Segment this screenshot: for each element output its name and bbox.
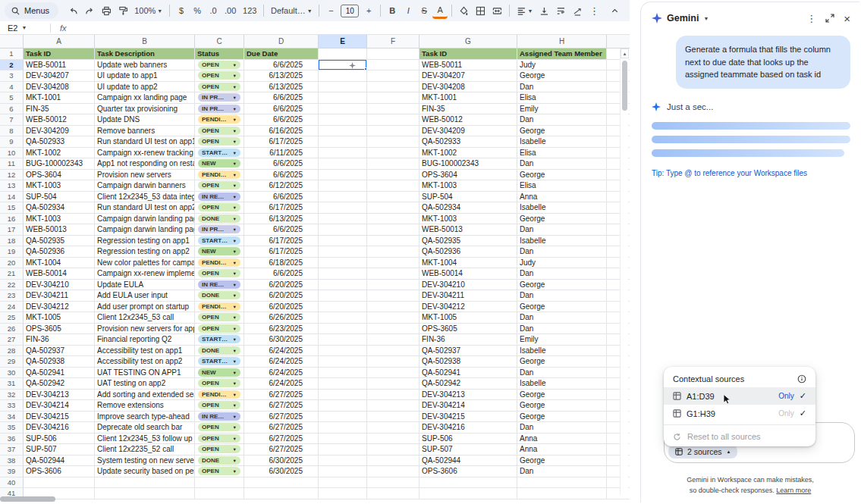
smart-fill-icon[interactable] [349,61,356,70]
cell-G34[interactable]: DEV-304215 [420,412,517,422]
cell-E33[interactable] [319,400,367,411]
cell-D20[interactable]: 6/18/2025 [244,258,319,268]
cell-G22[interactable]: DEV-304210 [420,280,517,290]
status-dropdown-13[interactable]: OPEN▼ [198,181,240,189]
row-header-8[interactable]: 8 [0,126,24,136]
cell-B5[interactable]: Campaign xx landing page [95,92,195,103]
cell-E10[interactable] [319,148,367,158]
cell-C7[interactable]: PENDI…▼ [195,114,244,125]
cell-E39[interactable] [319,466,367,477]
cell-F31[interactable] [367,378,420,389]
learn-more-link[interactable]: Learn more [776,487,811,494]
vertical-align-button[interactable] [536,2,552,19]
cell-H34[interactable]: George [517,412,607,422]
cell-D40[interactable] [244,477,319,488]
cell-E7[interactable] [319,114,367,125]
cell-A32[interactable]: DEV-304213 [24,390,95,400]
cell-A1[interactable]: Task ID [24,49,95,59]
cell-D21[interactable]: 6/6/2025 [244,268,319,279]
cell-F24[interactable] [367,302,420,312]
row-header-7[interactable]: 7 [0,114,24,125]
cell-G13[interactable]: MKT-1003 [420,180,517,191]
column-header-D[interactable]: D [244,35,319,48]
status-dropdown-9[interactable]: OPEN▼ [198,137,240,146]
cell-D2[interactable]: 6/6/2025 [244,60,319,70]
cell-B28[interactable]: Accessibility test on app1 [95,346,195,356]
cell-C12[interactable]: PENDI…▼ [195,170,244,180]
status-dropdown-15[interactable]: OPEN▼ [198,203,240,211]
cell-C32[interactable]: PENDI…▼ [195,390,244,400]
horizontal-scrollbar[interactable] [0,496,618,502]
status-dropdown-31[interactable]: OPEN▼ [198,379,240,387]
cell-B31[interactable]: UAT testing on app2 [95,378,195,389]
cell-G2[interactable]: WEB-50011 [420,60,517,70]
cell-B40[interactable] [95,477,195,488]
cell-D36[interactable]: 6/27/2025 [244,434,319,444]
cell-H32[interactable]: George [517,390,607,400]
cell-F20[interactable] [367,258,420,268]
cell-C38[interactable]: DONE▼ [195,455,244,466]
strikethrough-button[interactable]: S [416,2,432,19]
cell-C18[interactable]: START…▼ [195,236,244,246]
cell-D12[interactable]: 6/6/2025 [244,170,319,180]
cell-G27[interactable]: FIN-36 [420,334,517,345]
cell-G21[interactable]: WEB-50014 [420,268,517,279]
cell-F15[interactable] [367,202,420,213]
status-dropdown-12[interactable]: PENDI…▼ [198,171,240,179]
cell-C10[interactable]: START…▼ [195,148,244,158]
cell-A7[interactable]: WEB-50012 [24,114,95,125]
cell-H22[interactable]: George [517,280,607,290]
cell-H28[interactable]: Isabelle [517,346,607,356]
column-header-C[interactable]: C [195,35,244,48]
cell-C20[interactable]: PENDI…▼ [195,258,244,268]
cell-D3[interactable]: 6/13/2025 [244,70,319,81]
cell-E32[interactable] [319,390,367,400]
cell-C14[interactable]: IN RE…▼ [195,192,244,202]
cell-H26[interactable]: Dan [517,324,607,334]
cell-C27[interactable]: START…▼ [195,334,244,345]
cell-A28[interactable]: QA-502937 [24,346,95,356]
cell-C8[interactable]: OPEN▼ [195,126,244,136]
cell-G7[interactable]: WEB-50012 [420,114,517,125]
cell-A5[interactable]: MKT-1001 [24,92,95,103]
cell-D13[interactable]: 6/12/2025 [244,180,319,191]
cell-D10[interactable]: 6/11/2025 [244,148,319,158]
cell-A8[interactable]: DEV-304209 [24,126,95,136]
cell-A27[interactable]: FIN-36 [24,334,95,345]
column-header-G[interactable]: G [420,35,517,48]
cell-A34[interactable]: DEV-304215 [24,412,95,422]
only-link[interactable]: Only [778,409,794,418]
cell-C40[interactable] [195,477,244,488]
cell-H35[interactable]: Dan [517,422,607,433]
cell-A9[interactable]: QA-502933 [24,136,95,147]
row-header-18[interactable]: 18 [0,236,24,246]
cell-A15[interactable]: QA-502934 [24,202,95,213]
currency-format-button[interactable]: $ [174,2,189,19]
cell-G28[interactable]: QA-502937 [420,346,517,356]
cell-F4[interactable] [367,82,420,92]
cell-F12[interactable] [367,170,420,180]
cell-E23[interactable] [319,290,367,301]
cell-C6[interactable]: IN PR…▼ [195,104,244,114]
cell-F38[interactable] [367,455,420,466]
cell-E38[interactable] [319,455,367,466]
row-header-33[interactable]: 33 [0,400,24,411]
cell-E35[interactable] [319,422,367,433]
cell-H36[interactable]: Anna [517,434,607,444]
merge-cells-button[interactable] [489,2,505,19]
cell-E24[interactable] [319,302,367,312]
cell-C9[interactable]: OPEN▼ [195,136,244,147]
status-dropdown-7[interactable]: PENDI…▼ [198,115,240,124]
cell-C29[interactable]: START…▼ [195,356,244,367]
status-dropdown-18[interactable]: START…▼ [198,236,240,245]
row-header-36[interactable]: 36 [0,434,24,444]
cell-D24[interactable]: 6/20/2025 [244,302,319,312]
cell-E9[interactable] [319,136,367,147]
row-header-15[interactable]: 15 [0,202,24,213]
cell-B1[interactable]: Task Description [95,49,195,59]
cell-H23[interactable]: Dan [517,290,607,301]
cell-C37[interactable]: OPEN▼ [195,444,244,455]
cell-A4[interactable]: DEV-304208 [24,82,95,92]
cell-A6[interactable]: FIN-35 [24,104,95,114]
status-dropdown-8[interactable]: OPEN▼ [198,127,240,135]
